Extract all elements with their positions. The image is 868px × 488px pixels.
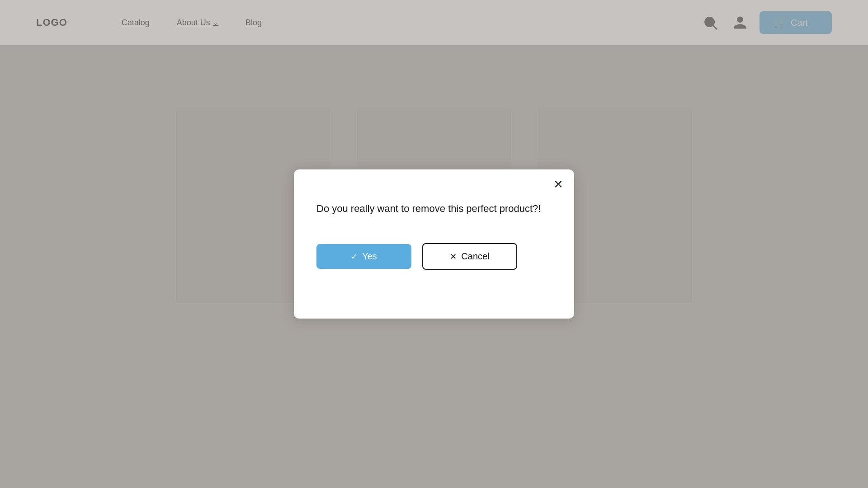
modal-message: Do you really want to remove this perfec… [316,201,552,216]
modal-actions: ✓ Yes ✕ Cancel [316,243,552,270]
cancel-button[interactable]: ✕ Cancel [422,243,517,270]
confirmation-modal: ✕ Do you really want to remove this perf… [294,169,574,319]
close-icon: ✕ [553,178,563,191]
modal-overlay: ✕ Do you really want to remove this perf… [0,0,868,488]
modal-close-button[interactable]: ✕ [553,178,563,190]
x-icon: ✕ [450,252,457,262]
checkmark-icon: ✓ [351,252,358,262]
yes-button[interactable]: ✓ Yes [316,244,411,269]
